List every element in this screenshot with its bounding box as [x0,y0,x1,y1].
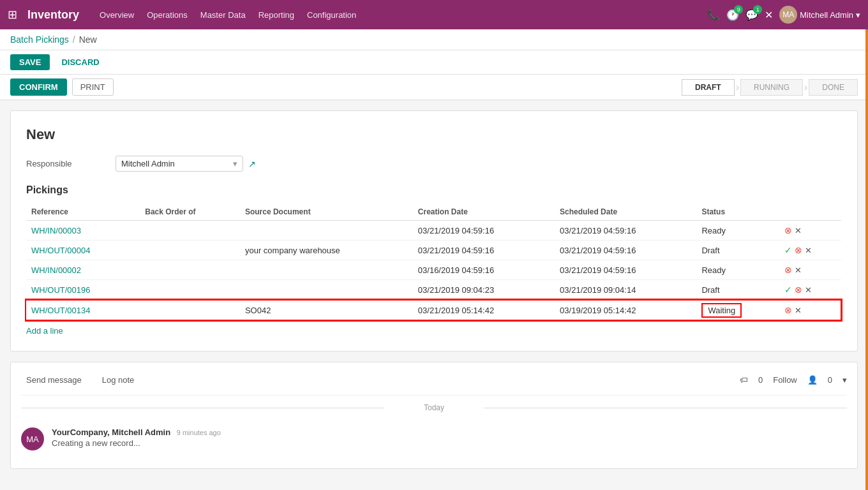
delete-icon[interactable]: ✕ [795,306,802,315]
cell-actions: ⊗✕ [779,300,841,320]
follow-button[interactable]: Follow [773,375,797,385]
add-line-link[interactable]: Add a line [26,326,63,336]
cell-back-order [140,221,240,241]
table-row: WH/IN/0000203/16/2019 04:59:1603/21/2019… [26,260,841,280]
cell-source-doc [240,260,413,280]
clock-badge: 9 [734,5,743,14]
status-left-actions: CONFIRM PRINT [10,78,114,96]
delete-icon[interactable]: ✕ [805,246,812,255]
breadcrumb-parent[interactable]: Batch Pickings [10,34,69,45]
chat-avatar: MA [21,427,44,450]
cell-actions: ⊗✕ [779,221,841,241]
chat-text: Creating a new record... [52,438,847,448]
cell-scheduled-date: 03/21/2019 04:59:16 [555,260,696,280]
responsible-value-container: Mitchell Admin ▾ ↗ [116,156,256,172]
remove-icon[interactable]: ⊗ [784,265,792,275]
delete-icon[interactable]: ✕ [795,265,802,275]
cell-actions: ✓⊗✕ [779,280,841,301]
confirm-button[interactable]: CONFIRM [10,78,67,96]
check-icon: ✓ [784,245,792,255]
cell-back-order [140,280,240,301]
phone-icon[interactable]: 📞 [707,9,720,21]
cell-ref[interactable]: WH/OUT/00196 [26,280,140,301]
nav-configuration[interactable]: Configuration [307,10,356,20]
topbar-right: 📞 🕐 9 💬 1 ✕ MA Mitchell Admin ▾ [707,6,860,24]
col-reference: Reference [26,204,140,221]
cell-back-order [140,241,240,260]
chat-badge: 1 [753,5,762,14]
cell-source-doc: SO042 [240,300,413,320]
pickings-section-title: Pickings [26,184,842,196]
cell-back-order [140,260,240,280]
cell-creation-date: 03/21/2019 09:04:23 [413,280,555,301]
cell-status: Ready [696,221,779,241]
cell-scheduled-date: 03/21/2019 04:59:16 [555,221,696,241]
user-menu[interactable]: MA Mitchell Admin ▾ [779,6,860,24]
cell-ref[interactable]: WH/OUT/00004 [26,241,140,260]
remove-icon[interactable]: ⊗ [795,285,802,295]
status-steps: DRAFT › RUNNING › DONE [682,79,858,96]
cell-back-order [140,300,240,320]
delete-icon[interactable]: ✕ [795,226,802,235]
message-actions-bar: Send message Log note 🏷 0 Follow 👤 0 ▾ [21,373,847,396]
people-icon: 👤 [807,375,818,385]
col-scheduled-date: Scheduled Date [555,204,696,221]
status-waiting: Waiting [701,303,742,318]
action-bar: SAVE DISCARD [0,50,868,75]
nav-master-data[interactable]: Master Data [200,10,246,20]
col-actions [779,204,841,221]
cell-status: Draft [696,241,779,260]
col-back-order: Back Order of [140,204,240,221]
cell-creation-date: 03/21/2019 04:59:16 [413,221,555,241]
form-card: New Responsible Mitchell Admin ▾ ↗ Picki… [10,110,858,352]
cell-source-doc [240,280,413,301]
chat-icon[interactable]: 💬 1 [745,9,758,21]
remove-icon[interactable]: ⊗ [784,225,792,235]
step-done: DONE [809,79,858,96]
form-title: New [26,126,842,143]
chat-author: YourCompany, Mitchell Admin [52,427,170,437]
cell-ref[interactable]: WH/OUT/00134 [26,300,140,320]
step-arrow-1: › [736,82,739,93]
cell-actions: ✓⊗✕ [779,241,841,260]
cell-ref[interactable]: WH/IN/00002 [26,260,140,280]
cell-ref[interactable]: WH/IN/00003 [26,221,140,241]
tag-count: 0 [758,375,763,385]
chat-body: YourCompany, Mitchell Admin 9 minutes ag… [52,427,847,450]
save-button[interactable]: SAVE [10,54,50,70]
remove-icon[interactable]: ⊗ [784,305,792,315]
responsible-field: Responsible Mitchell Admin ▾ ↗ [26,156,842,172]
cell-status: Waiting [696,300,779,320]
table-row: WH/OUT/00004your company warehouse03/21/… [26,241,841,260]
nav-operations[interactable]: Operations [147,10,188,20]
delete-icon[interactable]: ✕ [805,285,812,295]
apps-grid-icon[interactable]: ⊞ [8,8,17,22]
responsible-label: Responsible [26,159,116,168]
table-row: WH/OUT/0019603/21/2019 09:04:2303/21/201… [26,280,841,301]
cell-source-doc: your company warehouse [240,241,413,260]
check-icon: ✓ [784,285,792,295]
step-arrow-2: › [804,82,807,93]
cell-scheduled-date: 03/21/2019 04:59:16 [555,241,696,260]
breadcrumb-current: New [79,34,97,45]
responsible-select[interactable]: Mitchell Admin ▾ [116,156,243,172]
cell-scheduled-date: 03/21/2019 09:04:14 [555,280,696,301]
dropdown-arrow-icon: ▾ [233,159,237,168]
log-note-button[interactable]: Log note [97,373,140,387]
col-status: Status [696,204,779,221]
cell-status: Ready [696,260,779,280]
close-icon[interactable]: ✕ [765,9,773,21]
send-message-button[interactable]: Send message [21,373,87,387]
nav-reporting[interactable]: Reporting [258,10,294,20]
table-row: WH/OUT/00134SO04203/21/2019 05:14:4203/1… [26,300,841,320]
remove-icon[interactable]: ⊗ [795,245,802,255]
discard-button[interactable]: DISCARD [55,54,105,70]
cell-scheduled-date: 03/19/2019 05:14:42 [555,300,696,320]
clock-icon[interactable]: 🕐 9 [726,9,739,21]
external-link-icon[interactable]: ↗ [248,159,256,169]
breadcrumb: Batch Pickings / New [0,29,868,50]
table-row: WH/IN/0000303/21/2019 04:59:1603/21/2019… [26,221,841,241]
col-source-document: Source Document [240,204,413,221]
nav-overview[interactable]: Overview [100,10,134,20]
print-button[interactable]: PRINT [72,78,114,96]
